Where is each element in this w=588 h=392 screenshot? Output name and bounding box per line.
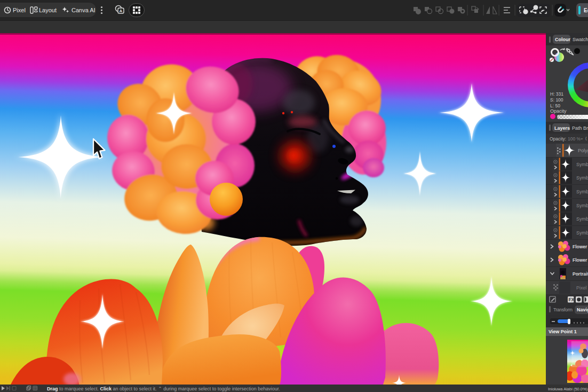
svg-text:Polyg: Polyg [578, 148, 588, 153]
svg-text:Flower co: Flower co [573, 257, 588, 263]
svg-text:Pixel: Pixel [576, 285, 587, 291]
svg-text:Flower ha: Flower ha [573, 244, 588, 249]
svg-text:FX: FX [569, 297, 575, 302]
svg-text:S: 100: S: 100 [550, 97, 563, 103]
svg-text:H: 331: H: 331 [550, 91, 563, 97]
svg-text:Portrait: Portrait [573, 271, 588, 277]
svg-text:L: 50: L: 50 [550, 103, 560, 108]
svg-text:A: A [120, 9, 123, 13]
